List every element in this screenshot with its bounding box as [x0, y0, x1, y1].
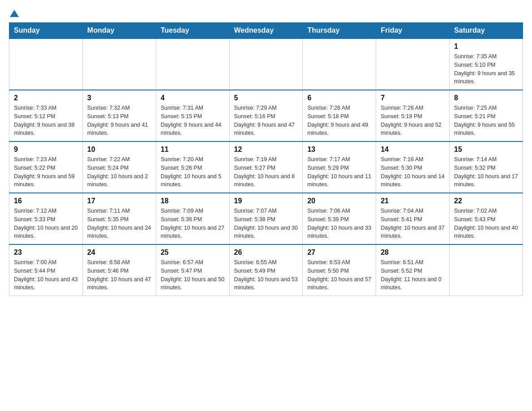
day-info: Sunrise: 7:32 AMSunset: 5:13 PMDaylight:…	[87, 104, 151, 137]
day-number: 13	[307, 146, 371, 154]
day-number: 14	[381, 146, 445, 154]
day-number: 1	[454, 43, 518, 51]
calendar-cell: 13Sunrise: 7:17 AMSunset: 5:29 PMDayligh…	[303, 141, 376, 193]
calendar-cell: 5Sunrise: 7:29 AMSunset: 5:16 PMDaylight…	[229, 90, 303, 141]
day-number: 18	[161, 197, 225, 205]
calendar-cell: 17Sunrise: 7:11 AMSunset: 5:35 PMDayligh…	[82, 193, 156, 244]
calendar-cell	[156, 39, 229, 90]
weekday-header-tuesday: Tuesday	[156, 23, 229, 39]
svg-marker-0	[10, 10, 19, 17]
day-info: Sunrise: 7:09 AMSunset: 5:36 PMDaylight:…	[161, 207, 225, 240]
calendar-cell: 21Sunrise: 7:04 AMSunset: 5:41 PMDayligh…	[376, 193, 450, 244]
day-number: 26	[234, 248, 298, 257]
calendar-table: SundayMondayTuesdayWednesdayThursdayFrid…	[9, 22, 523, 296]
day-info: Sunrise: 7:22 AMSunset: 5:24 PMDaylight:…	[87, 155, 151, 189]
calendar-cell: 18Sunrise: 7:09 AMSunset: 5:36 PMDayligh…	[156, 193, 229, 244]
calendar-cell: 12Sunrise: 7:19 AMSunset: 5:27 PMDayligh…	[229, 141, 303, 193]
calendar-cell: 1Sunrise: 7:35 AMSunset: 5:10 PMDaylight…	[450, 39, 523, 90]
calendar-cell	[450, 244, 523, 296]
day-info: Sunrise: 7:11 AMSunset: 5:35 PMDaylight:…	[87, 207, 151, 240]
calendar-cell: 9Sunrise: 7:23 AMSunset: 5:22 PMDaylight…	[9, 141, 83, 193]
page-header	[9, 9, 523, 18]
weekday-header-row: SundayMondayTuesdayWednesdayThursdayFrid…	[9, 23, 523, 39]
day-number: 16	[14, 197, 78, 205]
day-info: Sunrise: 7:35 AMSunset: 5:10 PMDaylight:…	[454, 52, 518, 86]
calendar-cell: 26Sunrise: 6:55 AMSunset: 5:49 PMDayligh…	[229, 244, 303, 296]
day-number: 24	[87, 248, 151, 257]
weekday-header-friday: Friday	[376, 23, 450, 39]
calendar-cell: 4Sunrise: 7:31 AMSunset: 5:15 PMDaylight…	[156, 90, 229, 141]
day-number: 21	[381, 197, 445, 205]
day-info: Sunrise: 7:02 AMSunset: 5:43 PMDaylight:…	[454, 207, 518, 240]
weekday-header-wednesday: Wednesday	[229, 23, 303, 39]
calendar-cell: 11Sunrise: 7:20 AMSunset: 5:26 PMDayligh…	[156, 141, 229, 193]
day-number: 9	[14, 146, 78, 154]
day-number: 6	[307, 94, 371, 102]
week-row-3: 9Sunrise: 7:23 AMSunset: 5:22 PMDaylight…	[9, 141, 523, 193]
day-info: Sunrise: 7:04 AMSunset: 5:41 PMDaylight:…	[381, 207, 445, 240]
day-info: Sunrise: 7:20 AMSunset: 5:26 PMDaylight:…	[161, 155, 225, 189]
calendar-cell: 20Sunrise: 7:06 AMSunset: 5:39 PMDayligh…	[303, 193, 376, 244]
weekday-header-monday: Monday	[82, 23, 156, 39]
logo	[9, 9, 19, 18]
day-number: 28	[381, 248, 445, 257]
calendar-cell: 15Sunrise: 7:14 AMSunset: 5:32 PMDayligh…	[450, 141, 523, 193]
week-row-2: 2Sunrise: 7:33 AMSunset: 5:12 PMDaylight…	[9, 90, 523, 141]
day-number: 11	[161, 146, 225, 154]
week-row-5: 23Sunrise: 7:00 AMSunset: 5:44 PMDayligh…	[9, 244, 523, 296]
calendar-cell	[303, 39, 376, 90]
day-number: 5	[234, 94, 298, 102]
weekday-header-saturday: Saturday	[450, 23, 523, 39]
calendar-cell: 14Sunrise: 7:16 AMSunset: 5:30 PMDayligh…	[376, 141, 450, 193]
day-info: Sunrise: 7:33 AMSunset: 5:12 PMDaylight:…	[14, 104, 78, 137]
calendar-cell: 2Sunrise: 7:33 AMSunset: 5:12 PMDaylight…	[9, 90, 83, 141]
day-info: Sunrise: 7:28 AMSunset: 5:18 PMDaylight:…	[307, 104, 371, 137]
calendar-cell: 8Sunrise: 7:25 AMSunset: 5:21 PMDaylight…	[450, 90, 523, 141]
day-number: 22	[454, 197, 518, 205]
week-row-1: 1Sunrise: 7:35 AMSunset: 5:10 PMDaylight…	[9, 39, 523, 90]
calendar-cell: 3Sunrise: 7:32 AMSunset: 5:13 PMDaylight…	[82, 90, 156, 141]
calendar-cell	[82, 39, 156, 90]
day-number: 10	[87, 146, 151, 154]
day-number: 27	[307, 248, 371, 257]
calendar-cell: 19Sunrise: 7:07 AMSunset: 5:38 PMDayligh…	[229, 193, 303, 244]
weekday-header-sunday: Sunday	[9, 23, 83, 39]
day-info: Sunrise: 7:06 AMSunset: 5:39 PMDaylight:…	[307, 207, 371, 240]
calendar-cell: 7Sunrise: 7:26 AMSunset: 5:19 PMDaylight…	[376, 90, 450, 141]
calendar-cell: 24Sunrise: 6:58 AMSunset: 5:46 PMDayligh…	[82, 244, 156, 296]
calendar-cell: 28Sunrise: 6:51 AMSunset: 5:52 PMDayligh…	[376, 244, 450, 296]
day-number: 3	[87, 94, 151, 102]
day-info: Sunrise: 7:07 AMSunset: 5:38 PMDaylight:…	[234, 207, 298, 240]
day-info: Sunrise: 6:57 AMSunset: 5:47 PMDaylight:…	[161, 258, 225, 292]
day-info: Sunrise: 7:26 AMSunset: 5:19 PMDaylight:…	[381, 104, 445, 137]
weekday-header-thursday: Thursday	[303, 23, 376, 39]
calendar-cell: 25Sunrise: 6:57 AMSunset: 5:47 PMDayligh…	[156, 244, 229, 296]
day-info: Sunrise: 7:23 AMSunset: 5:22 PMDaylight:…	[14, 155, 78, 189]
calendar-cell: 23Sunrise: 7:00 AMSunset: 5:44 PMDayligh…	[9, 244, 83, 296]
day-info: Sunrise: 7:31 AMSunset: 5:15 PMDaylight:…	[161, 104, 225, 137]
day-number: 2	[14, 94, 78, 102]
day-info: Sunrise: 6:55 AMSunset: 5:49 PMDaylight:…	[234, 258, 298, 292]
day-number: 4	[161, 94, 225, 102]
calendar-cell: 22Sunrise: 7:02 AMSunset: 5:43 PMDayligh…	[450, 193, 523, 244]
day-info: Sunrise: 7:19 AMSunset: 5:27 PMDaylight:…	[234, 155, 298, 189]
day-number: 20	[307, 197, 371, 205]
day-number: 25	[161, 248, 225, 257]
calendar-cell: 16Sunrise: 7:12 AMSunset: 5:33 PMDayligh…	[9, 193, 83, 244]
day-info: Sunrise: 7:00 AMSunset: 5:44 PMDaylight:…	[14, 258, 78, 292]
day-number: 15	[454, 146, 518, 154]
day-info: Sunrise: 7:12 AMSunset: 5:33 PMDaylight:…	[14, 207, 78, 240]
calendar-cell: 27Sunrise: 6:53 AMSunset: 5:50 PMDayligh…	[303, 244, 376, 296]
calendar-cell	[229, 39, 303, 90]
day-info: Sunrise: 6:58 AMSunset: 5:46 PMDaylight:…	[87, 258, 151, 292]
day-number: 12	[234, 146, 298, 154]
day-info: Sunrise: 7:25 AMSunset: 5:21 PMDaylight:…	[454, 104, 518, 137]
day-info: Sunrise: 7:17 AMSunset: 5:29 PMDaylight:…	[307, 155, 371, 189]
logo-triangle-icon	[10, 9, 19, 18]
day-number: 7	[381, 94, 445, 102]
day-info: Sunrise: 6:51 AMSunset: 5:52 PMDaylight:…	[381, 258, 445, 292]
calendar-cell: 10Sunrise: 7:22 AMSunset: 5:24 PMDayligh…	[82, 141, 156, 193]
day-number: 17	[87, 197, 151, 205]
calendar-cell: 6Sunrise: 7:28 AMSunset: 5:18 PMDaylight…	[303, 90, 376, 141]
day-number: 23	[14, 248, 78, 257]
